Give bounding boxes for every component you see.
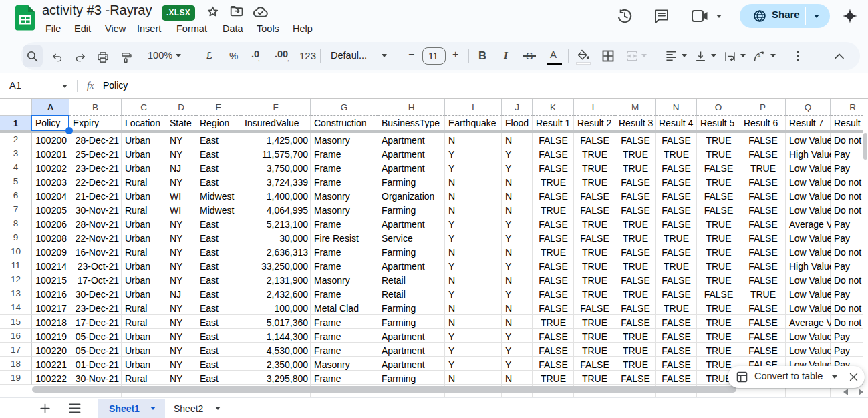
svg-text:A: A: [757, 53, 761, 59]
